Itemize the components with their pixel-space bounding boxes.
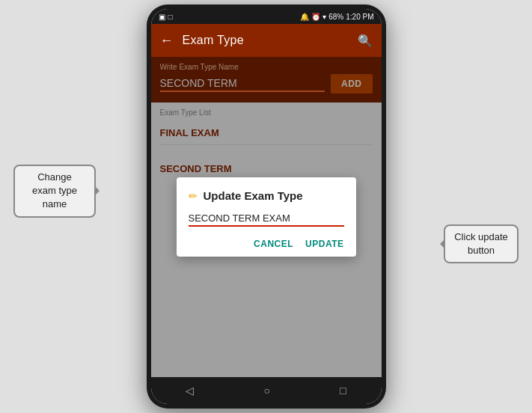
status-icon-1: ▣ [159, 13, 165, 21]
outer-wrapper: Change exam type name Click update butto… [0, 0, 532, 413]
home-nav-button[interactable]: ○ [264, 385, 270, 397]
dialog-buttons: CANCEL UPDATE [189, 239, 344, 249]
dialog-title-row: ✏ Update Exam Type [189, 189, 344, 202]
signal-icon: 🔔 [300, 13, 309, 21]
dialog-overlay: ✏ Update Exam Type CANCEL UPDATE [151, 57, 382, 377]
battery-level: 68% [328, 13, 343, 21]
pencil-icon: ✏ [189, 190, 198, 202]
status-right-info: 🔔 ⏰ ▾ 68% 1:20 PM [300, 13, 373, 21]
phone-screen: ▣ □ 🔔 ⏰ ▾ 68% 1:20 PM ← Exam Type 🔍 [151, 9, 382, 404]
back-nav-button[interactable]: ◁ [186, 385, 194, 397]
dialog-title: Update Exam Type [204, 189, 303, 202]
bottom-nav: ◁ ○ □ [151, 377, 382, 404]
recent-nav-button[interactable]: □ [340, 385, 346, 397]
status-left-icons: ▣ □ [159, 13, 173, 21]
status-icon-2: □ [168, 13, 173, 21]
app-bar: ← Exam Type 🔍 [151, 24, 382, 57]
callout-update-text: Click update button [454, 231, 508, 256]
status-bar: ▣ □ 🔔 ⏰ ▾ 68% 1:20 PM [151, 9, 382, 24]
update-exam-type-dialog: ✏ Update Exam Type CANCEL UPDATE [177, 177, 356, 257]
alarm-icon: ⏰ [311, 13, 320, 21]
status-time: 1:20 PM [346, 13, 373, 21]
phone-frame: ▣ □ 🔔 ⏰ ▾ 68% 1:20 PM ← Exam Type 🔍 [147, 4, 386, 409]
wifi-icon: ▾ [322, 13, 326, 21]
app-bar-title: Exam Type [183, 34, 358, 47]
callout-change-exam-type: Change exam type name [13, 165, 96, 218]
dialog-exam-type-input[interactable] [189, 211, 344, 227]
update-button[interactable]: UPDATE [305, 239, 343, 249]
callout-click-update: Click update button [444, 224, 519, 263]
back-button[interactable]: ← [160, 33, 174, 49]
search-icon[interactable]: 🔍 [358, 34, 373, 48]
cancel-button[interactable]: CANCEL [254, 239, 293, 249]
main-content: Write Exam Type Name ADD Exam Type List … [151, 57, 382, 377]
callout-change-text: Change exam type name [32, 171, 77, 209]
